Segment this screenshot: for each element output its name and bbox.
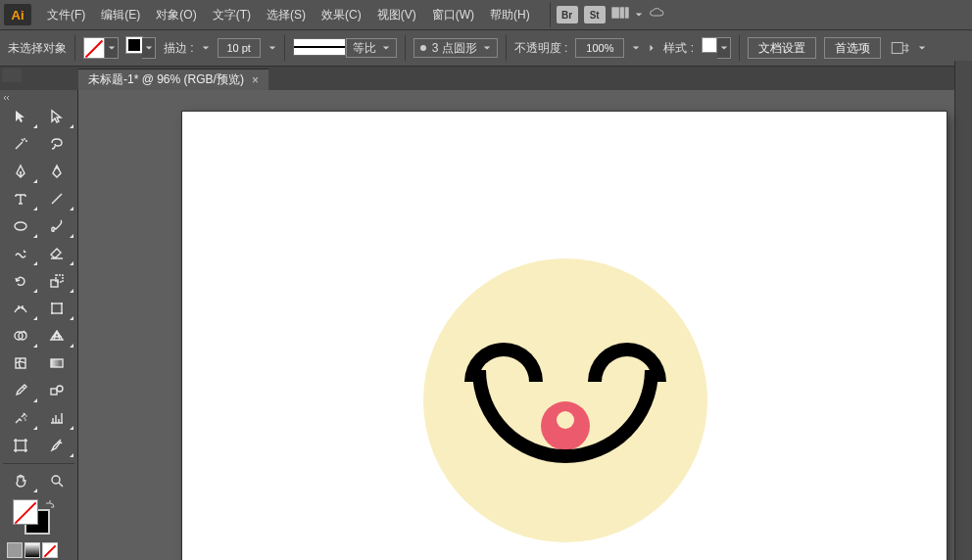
align-dropdown-icon[interactable] xyxy=(918,44,926,52)
column-graph-tool[interactable] xyxy=(40,405,75,431)
width-tool[interactable] xyxy=(3,296,38,321)
ellipse-tool[interactable] xyxy=(3,213,38,239)
divider xyxy=(284,35,285,61)
eyedropper-tool[interactable] xyxy=(3,378,38,403)
svg-point-5 xyxy=(15,222,26,230)
perspective-grid-tool[interactable] xyxy=(40,323,75,349)
artwork-face[interactable] xyxy=(423,258,707,542)
svg-rect-2 xyxy=(625,8,628,19)
graphic-style-dropdown[interactable] xyxy=(717,37,731,59)
shaper-tool[interactable] xyxy=(3,241,38,266)
artboard-tool[interactable] xyxy=(3,433,38,458)
divider xyxy=(405,35,406,61)
opacity-field[interactable]: 100% xyxy=(575,38,624,58)
workspace-dropdown-icon[interactable] xyxy=(635,11,643,19)
brush-definition-field[interactable]: 3 点圆形 xyxy=(413,38,498,58)
selection-status: 未选择对象 xyxy=(8,40,67,57)
gradient-tool[interactable] xyxy=(40,350,75,376)
menu-edit[interactable]: 编辑(E) xyxy=(93,0,148,29)
menubar: Ai 文件(F) 编辑(E) 对象(O) 文字(T) 选择(S) 效果(C) 视… xyxy=(0,0,972,29)
svg-point-23 xyxy=(52,476,60,484)
profile-group: 等比 xyxy=(293,38,397,58)
direct-selection-tool[interactable] xyxy=(40,104,75,129)
zoom-tool[interactable] xyxy=(40,468,75,493)
fill-color-box[interactable] xyxy=(13,499,38,525)
artboard[interactable] xyxy=(182,112,947,560)
stroke-label: 描边 : xyxy=(164,40,194,57)
profile-label-field[interactable]: 等比 xyxy=(346,38,397,58)
paintbrush-tool[interactable] xyxy=(40,213,75,239)
symbol-sprayer-tool[interactable] xyxy=(3,405,38,431)
menu-view[interactable]: 视图(V) xyxy=(369,0,424,29)
scale-tool[interactable] xyxy=(40,268,75,294)
opacity-more-icon[interactable] xyxy=(648,44,656,52)
chevron-down-icon xyxy=(483,44,491,52)
document-setup-button[interactable]: 文档设置 xyxy=(748,37,816,59)
color-mode-gradient[interactable] xyxy=(24,542,40,558)
profile-label: 等比 xyxy=(353,40,376,57)
close-tab-icon[interactable]: × xyxy=(252,73,259,87)
divider xyxy=(74,35,75,61)
document-tab[interactable]: 未标题-1* @ 96% (RGB/预览) × xyxy=(78,69,268,90)
graphic-style-swatch[interactable] xyxy=(702,37,717,53)
menu-help[interactable]: 帮助(H) xyxy=(482,0,538,29)
lasso-tool[interactable] xyxy=(40,131,75,157)
type-tool[interactable] xyxy=(3,186,38,211)
rotate-tool[interactable] xyxy=(3,268,38,294)
stock-button[interactable]: St xyxy=(584,6,606,23)
slice-tool[interactable] xyxy=(40,433,75,458)
mesh-tool[interactable] xyxy=(3,350,38,376)
preferences-button[interactable]: 首选项 xyxy=(824,37,881,59)
color-mode-solid[interactable] xyxy=(7,542,23,558)
blend-tool[interactable] xyxy=(40,378,75,403)
opacity-dropdown[interactable] xyxy=(632,44,640,52)
selection-tool[interactable] xyxy=(3,104,38,129)
divider xyxy=(550,2,551,27)
artwork-mouth[interactable] xyxy=(472,370,658,463)
stroke-weight-field[interactable]: 10 pt xyxy=(218,38,261,58)
fill-swatch[interactable] xyxy=(83,37,105,59)
menu-effect[interactable]: 效果(C) xyxy=(314,0,369,29)
line-segment-tool[interactable] xyxy=(40,186,75,211)
canvas-area[interactable] xyxy=(78,90,954,560)
menu-type[interactable]: 文字(T) xyxy=(205,0,259,29)
menu-file[interactable]: 文件(F) xyxy=(39,0,93,29)
variable-width-profile[interactable] xyxy=(293,38,346,56)
color-mode-none[interactable] xyxy=(42,542,58,558)
stroke-swatch-dropdown[interactable] xyxy=(142,37,156,59)
bridge-button[interactable]: Br xyxy=(557,6,578,23)
stroke-weight-decrease[interactable] xyxy=(202,44,210,52)
stroke-swatch[interactable] xyxy=(126,37,142,53)
fill-stroke-control[interactable] xyxy=(3,495,74,540)
svg-rect-6 xyxy=(51,280,58,287)
hand-tool[interactable] xyxy=(3,468,38,493)
dot-icon xyxy=(420,45,426,51)
panel-collapse-icon[interactable] xyxy=(2,69,22,82)
magic-wand-tool[interactable] xyxy=(3,131,38,157)
svg-rect-7 xyxy=(56,275,63,282)
workspace-switcher-icon[interactable] xyxy=(611,7,629,23)
shape-builder-tool[interactable] xyxy=(3,323,38,349)
eraser-tool[interactable] xyxy=(40,241,75,266)
svg-rect-16 xyxy=(51,359,63,367)
tools-panel-grip-icon[interactable] xyxy=(3,94,74,102)
color-mode-row xyxy=(3,542,74,560)
align-to-icon[interactable] xyxy=(889,37,910,59)
menu-select[interactable]: 选择(S) xyxy=(259,0,314,29)
stroke-weight-dropdown[interactable] xyxy=(268,44,276,52)
document-tab-title: 未标题-1* @ 96% (RGB/预览) xyxy=(88,71,244,88)
sync-settings-icon[interactable] xyxy=(649,7,666,23)
opacity-label: 不透明度 : xyxy=(514,40,568,57)
right-panel-strip[interactable] xyxy=(954,61,972,560)
svg-rect-1 xyxy=(620,8,624,19)
free-transform-tool[interactable] xyxy=(40,296,75,321)
pen-tool[interactable] xyxy=(3,159,38,184)
menu-window[interactable]: 窗口(W) xyxy=(424,0,482,29)
swap-fill-stroke-icon[interactable] xyxy=(44,497,56,515)
fill-swatch-group xyxy=(83,37,119,59)
curvature-tool[interactable] xyxy=(40,159,75,184)
fill-swatch-dropdown[interactable] xyxy=(105,37,119,59)
menu-object[interactable]: 对象(O) xyxy=(148,0,204,29)
svg-point-19 xyxy=(24,417,25,419)
svg-point-12 xyxy=(61,312,63,314)
